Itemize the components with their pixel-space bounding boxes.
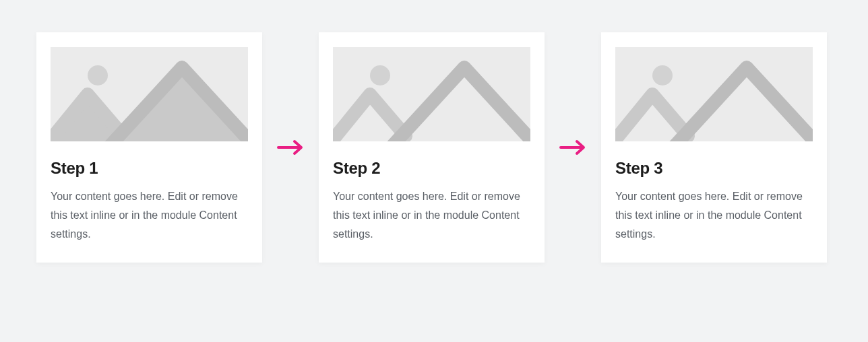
image-placeholder-icon [51,47,248,141]
svg-point-0 [88,65,108,86]
arrow-right-icon [557,139,589,156]
svg-point-2 [370,65,390,86]
step-title: Step 2 [333,159,530,178]
step-title: Step 3 [615,159,813,178]
step-card: Step 1 Your content goes here. Edit or r… [36,32,262,263]
image-placeholder-icon [333,47,530,141]
step-description: Your content goes here. Edit or remove t… [333,187,530,244]
step-description: Your content goes here. Edit or remove t… [615,187,813,244]
svg-point-4 [652,65,673,86]
step-title: Step 1 [51,159,248,178]
step-description: Your content goes here. Edit or remove t… [51,187,248,244]
image-placeholder-icon [615,47,813,141]
arrow-right-icon [274,139,307,156]
step-card: Step 3 Your content goes here. Edit or r… [601,32,827,263]
steps-wrapper: Step 1 Your content goes here. Edit or r… [36,32,832,263]
step-card: Step 2 Your content goes here. Edit or r… [319,32,545,263]
